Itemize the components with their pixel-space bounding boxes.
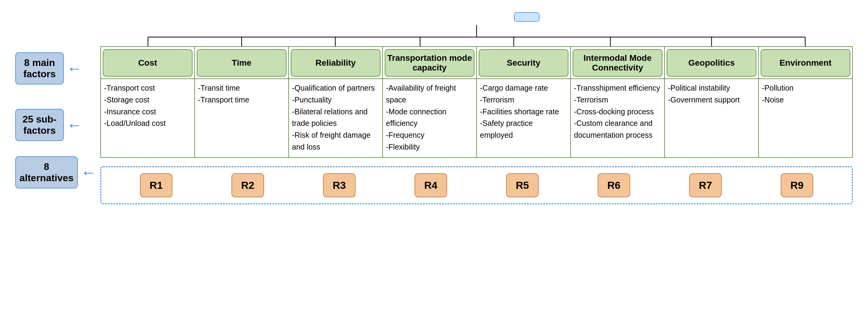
- alternatives-label: 8alternatives: [15, 156, 78, 189]
- body-row: 8 mainfactors ← 25 sub-factors ← 8altern…: [15, 25, 853, 204]
- route-box-r1: R1: [140, 173, 173, 197]
- right-col: Cost-Transport cost-Storage cost-Insuran…: [100, 25, 853, 204]
- factor-header-reliability: Reliability: [291, 49, 380, 77]
- factor-body-environment: -Pollution-Noise: [759, 78, 852, 110]
- factor-header-cost: Cost: [103, 49, 192, 77]
- route-box-r2: R2: [231, 173, 264, 197]
- header-row: [15, 12, 853, 25]
- alternatives-label-block: 8alternatives ←: [15, 156, 97, 189]
- factor-cell-reliability: Reliability-Qualification of partners-Pu…: [289, 47, 383, 157]
- factor-cell-environment: Environment-Pollution-Noise: [759, 47, 852, 157]
- factor-cell-geopolitics: Geopolitics-Political instability-Govern…: [665, 47, 759, 157]
- left-labels-col: 8 mainfactors ← 25 sub-factors ← 8altern…: [15, 25, 100, 189]
- route-box-r7: R7: [689, 173, 722, 197]
- factor-header-environment: Environment: [761, 49, 850, 77]
- tree-connector-svg: [100, 25, 853, 46]
- main-factors-label-block: 8 mainfactors ←: [15, 52, 97, 85]
- main-title: [514, 12, 539, 22]
- factor-body-geopolitics: -Political instability-Government suppor…: [665, 78, 758, 110]
- alternatives-arrow: ←: [81, 165, 96, 180]
- factor-body-cost: -Transport cost-Storage cost-Insurance c…: [101, 78, 194, 133]
- route-box-r3: R3: [323, 173, 355, 197]
- main-factors-arrow: ←: [67, 61, 82, 76]
- factor-cell-security: Security-Cargo damage rate-Terrorism-Fac…: [477, 47, 571, 157]
- factor-cell-time: Time-Transit time-Transport time: [195, 47, 289, 157]
- factor-body-time: -Transit time-Transport time: [195, 78, 288, 110]
- sub-factors-label: 25 sub-factors: [15, 109, 64, 141]
- factor-header-security: Security: [479, 49, 568, 77]
- factor-cell-cost: Cost-Transport cost-Storage cost-Insuran…: [101, 47, 195, 157]
- factors-grid: Cost-Transport cost-Storage cost-Insuran…: [100, 46, 853, 158]
- factor-body-reliability: -Qualification of partners-Punctuality-B…: [289, 78, 382, 157]
- factor-cell-intermodal: Intermodal Mode Connectivity-Transshipme…: [571, 47, 665, 157]
- sub-factors-label-block: 25 sub-factors ←: [15, 109, 97, 141]
- factor-cell-transport-mode: Transportation mode capacity-Availabilit…: [383, 47, 477, 157]
- factor-header-transport-mode: Transportation mode capacity: [385, 49, 474, 77]
- alternatives-box: R1R2R3R4R5R6R7R9: [100, 166, 853, 204]
- factor-body-intermodal: -Transshipment efficiency-Terrorism-Cros…: [571, 78, 664, 145]
- route-box-r9: R9: [781, 173, 813, 197]
- main-factors-label: 8 mainfactors: [15, 52, 64, 85]
- factor-header-intermodal: Intermodal Mode Connectivity: [573, 49, 662, 77]
- factor-body-security: -Cargo damage rate-Terrorism-Facilities …: [477, 78, 570, 145]
- route-box-r5: R5: [506, 173, 538, 197]
- factor-header-geopolitics: Geopolitics: [666, 49, 756, 77]
- factor-header-time: Time: [197, 49, 286, 77]
- sub-factors-arrow: ←: [67, 118, 82, 133]
- route-box-r4: R4: [414, 173, 447, 197]
- route-box-r6: R6: [598, 173, 630, 197]
- factor-body-transport-mode: -Availability of freight space-Mode conn…: [383, 78, 476, 157]
- page: 8 mainfactors ← 25 sub-factors ← 8altern…: [6, 6, 862, 210]
